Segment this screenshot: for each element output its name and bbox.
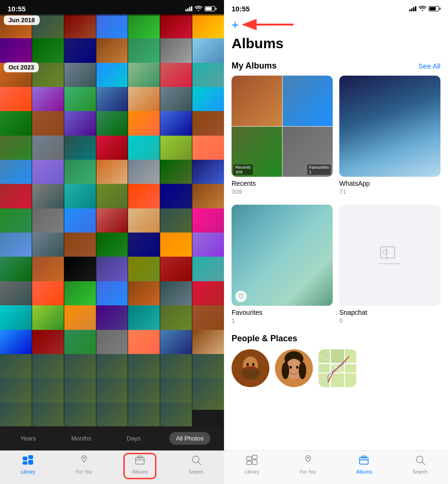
svg-rect-6: [138, 456, 142, 458]
albums-add-row: +: [232, 16, 440, 34]
left-nav-albums[interactable]: Albums: [112, 455, 168, 475]
library-icon: [22, 455, 34, 468]
right-status-icons: [409, 5, 440, 12]
svg-rect-5: [136, 458, 144, 464]
snapchat-name: Snapchat: [339, 309, 440, 316]
snapchat-placeholder-icon: [339, 205, 440, 306]
photo-cell[interactable]: [160, 403, 192, 426]
photo-cell[interactable]: [64, 403, 96, 426]
left-nav-albums-label: Albums: [132, 469, 148, 475]
places-map[interactable]: [319, 349, 356, 387]
album-favourites[interactable]: ♡ Favourites 1: [232, 205, 333, 324]
photo-cell[interactable]: [32, 403, 64, 426]
left-nav-library-label: Library: [21, 469, 35, 475]
svg-rect-41: [247, 461, 251, 465]
heart-icon: ♡: [235, 291, 247, 302]
date-badge-oct: Oct 2023: [4, 62, 39, 72]
right-status-bar: 10:55: [224, 0, 448, 16]
right-nav-foryou[interactable]: For You: [280, 455, 336, 475]
photo-cell[interactable]: [0, 403, 32, 426]
svg-line-48: [422, 462, 425, 465]
photo-cell[interactable]: [96, 403, 128, 426]
whatsapp-name: WhatsApp: [339, 180, 440, 187]
left-status-icons: [185, 5, 216, 12]
my-albums-header: My Albums See All: [224, 61, 448, 71]
photo-cell[interactable]: [192, 378, 224, 410]
people-row: [232, 349, 440, 387]
album-whatsapp[interactable]: WhatsApp 71: [339, 76, 440, 195]
left-bottom-nav: Library For You Albums: [0, 450, 224, 484]
svg-rect-44: [360, 458, 368, 464]
left-panel: 10:55 Jun 2018 Oct 2023: [0, 0, 224, 484]
svg-point-25: [282, 362, 289, 379]
right-nav-foryou-label: For You: [300, 469, 316, 475]
my-albums-title: My Albums: [232, 61, 276, 71]
whatsapp-thumbnail: [339, 76, 440, 177]
album-snapchat[interactable]: Snapchat 0: [339, 205, 440, 324]
right-albums-icon: [358, 455, 370, 468]
svg-point-26: [299, 362, 306, 379]
right-nav-search-label: Search: [413, 469, 428, 475]
albums-page-title: Albums: [232, 35, 440, 52]
view-controls: Years Months Days All Photos: [0, 426, 224, 450]
svg-rect-39: [247, 457, 251, 460]
right-search-icon: [415, 455, 425, 468]
favourites-thumbnail: ♡: [232, 205, 333, 306]
left-nav-library[interactable]: Library: [0, 455, 56, 475]
avatar-1: [232, 349, 269, 387]
left-time: 10:55: [8, 5, 26, 13]
months-btn[interactable]: Months: [65, 432, 98, 445]
people-places-title: People & Places: [232, 334, 440, 344]
photo-cell[interactable]: [128, 403, 160, 426]
right-nav-albums[interactable]: Albums: [336, 455, 392, 475]
svg-rect-36: [319, 349, 330, 363]
recents-name: Recents: [232, 180, 333, 187]
svg-point-21: [252, 366, 255, 369]
albums-content: Recents309 Favourites1 Recents 309 Whats…: [224, 76, 448, 450]
svg-rect-2: [23, 461, 27, 465]
svg-rect-37: [331, 349, 344, 363]
right-foryou-icon: [302, 455, 314, 468]
left-status-bar: 10:55: [0, 0, 224, 16]
recents-count: 309: [232, 188, 333, 195]
right-nav-library-label: Library: [245, 469, 259, 475]
svg-rect-40: [252, 455, 257, 459]
right-nav-search[interactable]: Search: [392, 455, 448, 475]
photo-grid[interactable]: [0, 14, 224, 426]
right-signal-bars-icon: [409, 6, 416, 11]
people-places-section: People & Places: [224, 334, 448, 387]
left-nav-foryou[interactable]: For You: [56, 455, 112, 475]
svg-point-20: [246, 366, 249, 369]
albums-row-2: ♡ Favourites 1 Snap: [224, 205, 448, 324]
svg-rect-42: [252, 460, 257, 465]
all-photos-btn[interactable]: All Photos: [169, 432, 210, 445]
left-search-icon: [191, 455, 201, 468]
add-album-button[interactable]: +: [232, 17, 239, 32]
right-battery-icon: [429, 6, 440, 11]
days-btn[interactable]: Days: [120, 432, 147, 445]
svg-rect-38: [319, 364, 330, 372]
right-library-icon: [246, 455, 258, 468]
album-recents[interactable]: Recents309 Favourites1 Recents 309: [232, 76, 333, 195]
svg-point-17: [247, 363, 249, 366]
favourites-count: 1: [232, 317, 333, 324]
left-nav-search[interactable]: Search: [168, 455, 224, 475]
battery-icon: [205, 6, 216, 11]
right-nav-albums-label: Albums: [356, 469, 372, 475]
favourites-name: Favourites: [232, 309, 333, 316]
years-btn[interactable]: Years: [14, 432, 43, 445]
svg-point-4: [83, 457, 85, 459]
albums-row-1: Recents309 Favourites1 Recents 309 Whats…: [224, 76, 448, 195]
see-all-button[interactable]: See All: [418, 62, 440, 70]
left-nav-foryou-label: For You: [76, 469, 92, 475]
snapchat-count: 0: [339, 317, 440, 324]
person-2[interactable]: [275, 349, 313, 387]
whatsapp-count: 71: [339, 188, 440, 195]
person-1[interactable]: [232, 349, 269, 387]
svg-point-43: [307, 457, 309, 459]
snapchat-thumbnail: [339, 205, 440, 306]
right-panel: 10:55 +: [224, 0, 448, 484]
map-thumbnail: [319, 349, 356, 387]
right-nav-library[interactable]: Library: [224, 455, 280, 475]
svg-rect-0: [23, 457, 27, 460]
